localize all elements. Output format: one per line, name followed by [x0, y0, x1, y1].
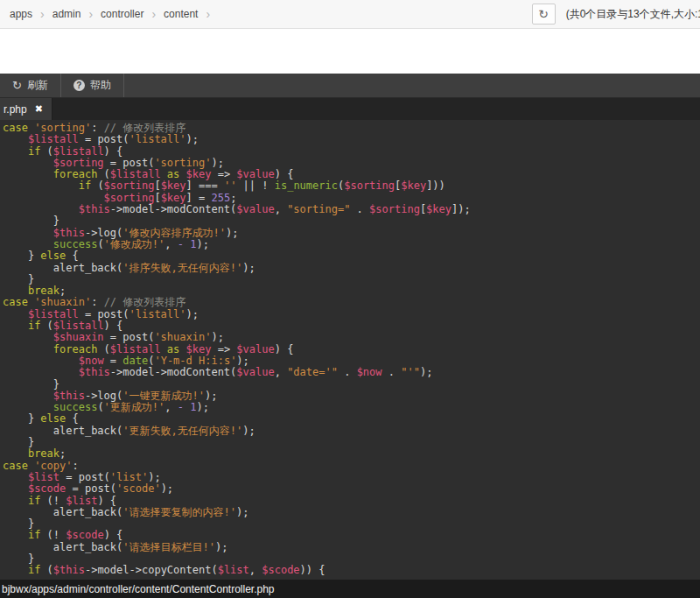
breadcrumb-item-apps[interactable]: apps: [4, 8, 38, 20]
code-line: $this->model->modContent($value, "date='…: [3, 367, 700, 378]
breadcrumb: apps › admin › controller › content › ↻ …: [0, 0, 700, 29]
code-line: $sorting = post('sorting');: [3, 158, 700, 169]
code-line: $scode = post('scode');: [3, 483, 700, 495]
code-line: if ($sorting[$key] === '' || ! is_numeri…: [3, 180, 700, 192]
content-spacer: [0, 29, 700, 74]
breadcrumb-items: apps › admin › controller › content ›: [4, 7, 212, 21]
page-root: apps › admin › controller › content › ↻ …: [0, 0, 700, 598]
code-line: if ($this->model->copyContent($list, $sc…: [3, 565, 700, 576]
help-button[interactable]: ? 帮助: [61, 74, 124, 97]
code-line: break;: [3, 285, 700, 297]
status-bar: bjbwx/apps/admin/controller/content/Cont…: [0, 580, 700, 598]
code-line: alert_back('更新失败,无任何内容!');: [3, 426, 700, 437]
breadcrumb-item-controller[interactable]: controller: [94, 8, 150, 20]
code-line: foreach ($listall as $key => $value) {: [3, 344, 700, 355]
code-line: }: [3, 437, 700, 448]
code-line: $this->log('一键更新成功!');: [3, 390, 700, 402]
code-line: case 'sorting': // 修改列表排序: [3, 123, 700, 134]
file-path: bjbwx/apps/admin/controller/content/Cont…: [2, 583, 275, 595]
code-line: if (! $list) {: [3, 496, 700, 507]
code-line: foreach ($listall as $key => $value) {: [3, 169, 700, 180]
code-editor[interactable]: case 'sorting': // 修改列表排序 $listall = pos…: [0, 120, 700, 580]
code-line: success('修改成功!', - 1);: [3, 239, 700, 250]
code-line: }: [3, 553, 700, 565]
code-line: alert_back('请选择要复制的内容!');: [3, 507, 700, 518]
code-line: }: [3, 274, 700, 285]
directory-summary: (共0个目录与13个文件,大小:1: [566, 7, 700, 22]
refresh-file-button[interactable]: ↻ 刷新: [0, 74, 61, 97]
code-line: alert_back('请选择目标栏目!');: [3, 542, 700, 553]
help-button-label: 帮助: [90, 78, 111, 93]
code-line: $shuaxin = post('shuaxin');: [3, 332, 700, 343]
code-line: case 'copy':: [3, 461, 700, 472]
refresh-icon: ↻: [12, 79, 22, 92]
code-line: $sorting[$key] = 255;: [3, 193, 700, 204]
code-line: if ($listall) {: [3, 320, 700, 332]
refresh-directory-button[interactable]: ↻: [532, 4, 556, 25]
tab-contentcontroller-php[interactable]: r.php ✖: [0, 98, 52, 120]
tab-bar: r.php ✖: [0, 98, 700, 120]
code-line: $listall = post('listall');: [3, 309, 700, 320]
code-line: $list = post('list');: [3, 472, 700, 483]
code-line: success('更新成功!', - 1);: [3, 402, 700, 413]
refresh-button-label: 刷新: [27, 78, 48, 93]
code-line: $now = date('Y-m-d H:i:s');: [3, 355, 700, 367]
code-line: if ($listall) {: [3, 146, 700, 158]
code-line: $this->model->modContent($value, "sortin…: [3, 204, 700, 215]
help-icon: ?: [74, 80, 85, 91]
chevron-right-icon: ›: [204, 7, 212, 21]
code-line: }: [3, 215, 700, 227]
chevron-right-icon: ›: [150, 7, 158, 21]
close-icon[interactable]: ✖: [35, 103, 43, 115]
code-line: alert_back('排序失败,无任何内容!');: [3, 263, 700, 274]
code-line: $listall = post('listall');: [3, 134, 700, 145]
code-line: }: [3, 379, 700, 390]
chevron-right-icon: ›: [87, 7, 94, 21]
breadcrumb-item-admin[interactable]: admin: [46, 8, 88, 20]
code-line: if (! $scode) {: [3, 530, 700, 541]
chevron-right-icon: ›: [38, 7, 46, 21]
breadcrumb-item-content[interactable]: content: [158, 8, 204, 20]
code-line: break;: [3, 448, 700, 460]
code-line: $this->log('修改内容排序成功!');: [3, 228, 700, 239]
code-line: } else {: [3, 250, 700, 262]
refresh-icon: ↻: [538, 7, 549, 21]
code-line: }: [3, 518, 700, 530]
code-line: } else {: [3, 413, 700, 425]
code-line: case 'shuaxin': // 修改列表排序: [3, 297, 700, 308]
tab-label: r.php: [4, 103, 27, 116]
breadcrumb-right-group: ↻ (共0个目录与13个文件,大小:1: [532, 4, 700, 25]
editor-toolbar: ↻ 刷新 ? 帮助: [0, 74, 700, 98]
